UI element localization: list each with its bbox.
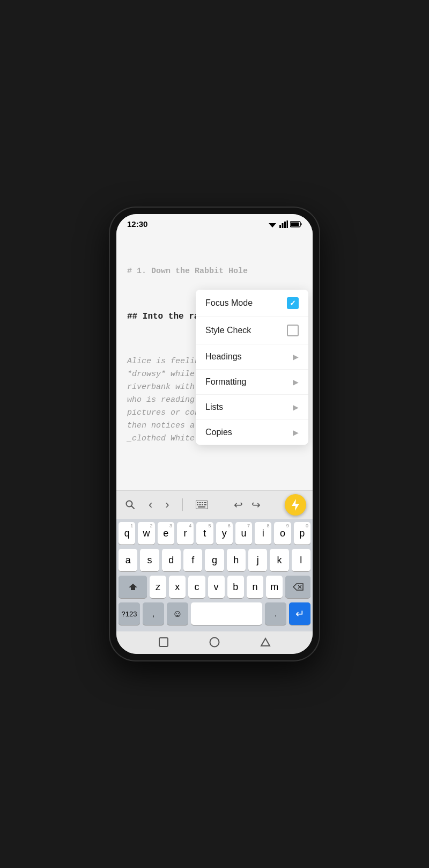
toolbar-right: [285, 494, 306, 516]
keyboard-row-3: z x c v b n m: [119, 576, 310, 598]
svg-rect-17: [202, 504, 203, 505]
key-g[interactable]: g: [205, 549, 224, 571]
svg-rect-13: [202, 502, 203, 503]
key-c[interactable]: c: [188, 576, 205, 598]
svg-rect-19: [198, 506, 205, 507]
key-u[interactable]: 7u: [235, 522, 252, 545]
key-d[interactable]: d: [162, 549, 181, 571]
toolbar-left: ‹ ›: [123, 496, 210, 514]
back-button[interactable]: ‹: [146, 496, 154, 514]
key-i[interactable]: 8i: [255, 522, 271, 545]
key-j[interactable]: j: [248, 549, 267, 571]
key-enter[interactable]: ↵: [289, 602, 310, 625]
key-n[interactable]: n: [247, 576, 263, 598]
key-r[interactable]: 4r: [177, 522, 194, 545]
key-o[interactable]: 9o: [274, 522, 291, 545]
copies-right: ▶: [293, 428, 299, 437]
key-space[interactable]: [191, 602, 262, 625]
formatting-chevron: ▶: [293, 378, 299, 386]
key-l[interactable]: l: [292, 549, 310, 571]
undo-button[interactable]: ↩: [232, 496, 245, 513]
delete-icon: [293, 583, 304, 591]
copies-label: Copies: [205, 428, 232, 437]
svg-marker-20: [292, 499, 299, 511]
svg-line-9: [132, 506, 135, 509]
svg-rect-2: [282, 223, 284, 228]
menu-item-style-check[interactable]: Style Check: [196, 317, 308, 344]
key-emoji[interactable]: ☺: [167, 602, 188, 625]
forward-button[interactable]: ›: [163, 496, 171, 514]
key-w[interactable]: 2w: [138, 522, 154, 545]
focus-mode-checkbox[interactable]: [287, 297, 299, 309]
status-time: 12:30: [127, 219, 147, 229]
key-delete[interactable]: [285, 576, 310, 598]
key-a[interactable]: a: [119, 549, 137, 571]
menu-item-headings[interactable]: Headings ▶: [196, 344, 308, 370]
toolbar-center: ↩ ↪: [232, 496, 263, 513]
keyboard-row-1: 1q 2w 3e 4r 5t 6y 7u 8i 9o 0p: [119, 522, 310, 545]
keyboard-icon: [196, 501, 208, 509]
svg-marker-26: [261, 638, 270, 646]
nav-circle[interactable]: [208, 636, 221, 649]
svg-rect-3: [284, 222, 286, 228]
redo-button[interactable]: ↪: [249, 496, 263, 513]
toolbar-divider: [182, 498, 183, 511]
editor-toolbar: ‹ ›: [116, 490, 313, 519]
lightning-icon: [291, 499, 300, 511]
wifi-icon: [268, 220, 277, 228]
signal-icon: [279, 220, 288, 228]
status-icons: [268, 220, 302, 228]
battery-icon: [290, 221, 302, 227]
svg-rect-1: [279, 225, 281, 228]
editor-area[interactable]: # 1. Down the Rabbit Hole ## Into the ra…: [116, 231, 313, 490]
shift-icon: [128, 583, 138, 591]
key-z[interactable]: z: [150, 576, 166, 598]
headings-right: ▶: [293, 352, 299, 361]
key-e[interactable]: 3e: [158, 522, 174, 545]
svg-marker-0: [269, 223, 276, 227]
key-h[interactable]: h: [227, 549, 246, 571]
phone-screen: 12:30: [116, 214, 313, 654]
fab-button[interactable]: [285, 494, 306, 516]
menu-item-formatting[interactable]: Formatting ▶: [196, 370, 308, 395]
keyboard: 1q 2w 3e 4r 5t 6y 7u 8i 9o 0p a s d f g …: [116, 519, 313, 631]
phone-frame: 12:30: [110, 208, 319, 660]
key-q[interactable]: 1q: [119, 522, 135, 545]
heading1-text: # 1. Down the Rabbit Hole: [127, 265, 302, 278]
keyboard-row-4: ?123 , ☺ . ↵: [119, 602, 310, 625]
triangle-icon: [260, 637, 271, 647]
key-b[interactable]: b: [227, 576, 244, 598]
nav-square[interactable]: [157, 636, 170, 649]
svg-rect-7: [291, 222, 299, 226]
key-comma[interactable]: ,: [143, 602, 164, 625]
key-v[interactable]: v: [208, 576, 225, 598]
key-period[interactable]: .: [265, 602, 286, 625]
nav-triangle[interactable]: [259, 636, 272, 649]
menu-item-lists[interactable]: Lists ▶: [196, 395, 308, 420]
key-symbols[interactable]: ?123: [119, 602, 140, 625]
formatting-right: ▶: [293, 378, 299, 386]
key-m[interactable]: m: [266, 576, 283, 598]
menu-item-focus-mode[interactable]: Focus Mode: [196, 290, 308, 317]
search-button[interactable]: [123, 497, 138, 512]
focus-mode-label: Focus Mode: [205, 298, 253, 308]
key-p[interactable]: 0p: [294, 522, 310, 545]
key-s[interactable]: s: [140, 549, 159, 571]
keyboard-button[interactable]: [194, 498, 210, 511]
style-check-label: Style Check: [205, 326, 251, 335]
circle-icon: [209, 636, 220, 648]
key-t[interactable]: 5t: [196, 522, 213, 545]
style-check-checkbox[interactable]: [287, 325, 299, 336]
copies-chevron: ▶: [293, 428, 299, 437]
key-shift[interactable]: [119, 576, 147, 598]
key-x[interactable]: x: [169, 576, 186, 598]
square-icon: [158, 637, 169, 648]
key-f[interactable]: f: [183, 549, 202, 571]
svg-rect-18: [204, 504, 206, 505]
formatting-label: Formatting: [205, 377, 246, 387]
key-y[interactable]: 6y: [216, 522, 233, 545]
menu-item-copies[interactable]: Copies ▶: [196, 420, 308, 445]
style-check-right: [287, 325, 299, 336]
key-k[interactable]: k: [270, 549, 289, 571]
svg-point-25: [210, 638, 219, 647]
